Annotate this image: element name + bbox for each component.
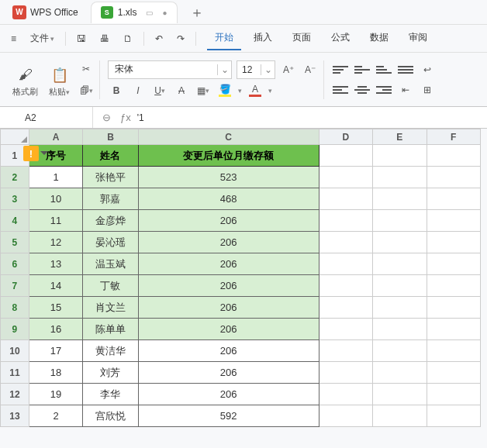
cell[interactable]: [319, 275, 372, 297]
underline-button[interactable]: U▾: [151, 82, 168, 99]
print-button[interactable]: 🖶: [94, 29, 116, 49]
cell[interactable]: 郭嘉: [83, 188, 139, 210]
cell[interactable]: 523: [138, 167, 319, 188]
col-header-d[interactable]: D: [319, 129, 372, 145]
cell[interactable]: [427, 340, 480, 362]
cell[interactable]: [427, 188, 480, 210]
cell[interactable]: [373, 188, 427, 210]
cell[interactable]: [319, 405, 372, 427]
cell[interactable]: 592: [138, 405, 319, 427]
row-header[interactable]: 3: [1, 188, 29, 210]
merge-button[interactable]: ⊞: [419, 81, 436, 98]
cell[interactable]: [319, 188, 372, 210]
zoom-out-icon[interactable]: ⊖: [102, 112, 111, 123]
cell[interactable]: 宫欣悦: [83, 405, 139, 427]
cell[interactable]: [373, 210, 427, 232]
cell[interactable]: 206: [138, 384, 319, 405]
save-button[interactable]: 🖫: [71, 29, 92, 49]
cell[interactable]: 206: [138, 319, 319, 340]
cell[interactable]: [319, 340, 372, 362]
cell[interactable]: 黄洁华: [83, 340, 139, 362]
cell[interactable]: 206: [138, 210, 319, 232]
header-cell[interactable]: 变更后单位月缴存额: [138, 145, 319, 167]
col-header-e[interactable]: E: [373, 129, 427, 145]
header-cell[interactable]: 姓名: [83, 145, 139, 167]
cell[interactable]: [319, 167, 372, 188]
col-header-b[interactable]: B: [83, 129, 139, 145]
cell[interactable]: 陈单单: [83, 319, 139, 340]
row-header[interactable]: 11: [1, 362, 29, 384]
name-box[interactable]: A2: [0, 107, 93, 128]
cell[interactable]: [373, 340, 427, 362]
cell[interactable]: [319, 232, 372, 253]
fill-color-button[interactable]: 🪣: [216, 82, 233, 99]
cell[interactable]: [427, 210, 480, 232]
align-left-button[interactable]: [332, 81, 349, 98]
cell[interactable]: [427, 362, 480, 384]
document-tab[interactable]: S 1.xls ▭ ●: [91, 2, 178, 23]
wps-logo[interactable]: W WPS Office: [6, 2, 85, 22]
cell[interactable]: [427, 253, 480, 275]
col-header-f[interactable]: F: [427, 129, 480, 145]
cell[interactable]: [427, 297, 480, 319]
col-header-a[interactable]: A: [29, 129, 82, 145]
cell[interactable]: [319, 145, 372, 167]
italic-button[interactable]: I: [130, 82, 147, 99]
strikethrough-button[interactable]: A: [173, 82, 190, 99]
cell[interactable]: 16: [29, 319, 82, 340]
decrease-font-button[interactable]: A⁻: [302, 61, 319, 78]
row-header[interactable]: 7: [1, 275, 29, 297]
cut-button[interactable]: ✂: [78, 60, 95, 78]
cell[interactable]: 468: [138, 188, 319, 210]
orientation-button[interactable]: [397, 61, 414, 78]
new-tab-button[interactable]: ＋: [184, 3, 210, 22]
tab-page[interactable]: 页面: [285, 26, 319, 50]
tab-formula[interactable]: 公式: [323, 26, 357, 50]
wrap-text-button[interactable]: ↩: [419, 61, 436, 78]
cell[interactable]: 17: [29, 340, 82, 362]
row-header[interactable]: 5: [1, 232, 29, 253]
row-header[interactable]: 9: [1, 319, 29, 340]
cell[interactable]: 晏沁瑶: [83, 232, 139, 253]
align-right-button[interactable]: [375, 81, 392, 98]
cell[interactable]: [373, 145, 427, 167]
cell[interactable]: 206: [138, 275, 319, 297]
font-size-select[interactable]: 12 ⌄: [237, 60, 275, 79]
align-top-button[interactable]: [332, 61, 349, 78]
cell[interactable]: 206: [138, 232, 319, 253]
decrease-indent-button[interactable]: ⇤: [397, 81, 414, 98]
cell[interactable]: [319, 210, 372, 232]
align-bottom-button[interactable]: [375, 61, 392, 78]
cell[interactable]: [373, 275, 427, 297]
tab-close-icon[interactable]: ●: [162, 9, 167, 17]
cell[interactable]: 12: [29, 232, 82, 253]
print-preview-button[interactable]: 🗋: [117, 29, 139, 49]
cell[interactable]: [427, 384, 480, 405]
row-header[interactable]: 13: [1, 405, 29, 427]
cell[interactable]: [373, 405, 427, 427]
select-all-button[interactable]: [1, 129, 29, 145]
row-header[interactable]: 10: [1, 340, 29, 362]
row-header[interactable]: 2: [1, 167, 29, 188]
cell[interactable]: 18: [29, 362, 82, 384]
cell[interactable]: 19: [29, 384, 82, 405]
cell[interactable]: 肖文兰: [83, 297, 139, 319]
cell[interactable]: 丁敏: [83, 275, 139, 297]
cell[interactable]: [427, 232, 480, 253]
cell[interactable]: [427, 167, 480, 188]
format-painter-button[interactable]: 🖌 格式刷: [9, 64, 41, 99]
cell[interactable]: [319, 384, 372, 405]
row-header[interactable]: 12: [1, 384, 29, 405]
cell[interactable]: [427, 405, 480, 427]
copy-button[interactable]: 🗐▾: [78, 82, 95, 99]
cell[interactable]: 206: [138, 253, 319, 275]
tab-insert[interactable]: 插入: [246, 26, 280, 50]
cell[interactable]: [373, 167, 427, 188]
tab-review[interactable]: 审阅: [401, 26, 435, 50]
fx-icon[interactable]: ƒx: [120, 112, 131, 123]
bold-button[interactable]: B: [108, 82, 125, 99]
cell[interactable]: [427, 275, 480, 297]
cell[interactable]: [427, 319, 480, 340]
paste-button[interactable]: 📋 粘贴▾: [46, 64, 73, 99]
cell[interactable]: 14: [29, 275, 82, 297]
